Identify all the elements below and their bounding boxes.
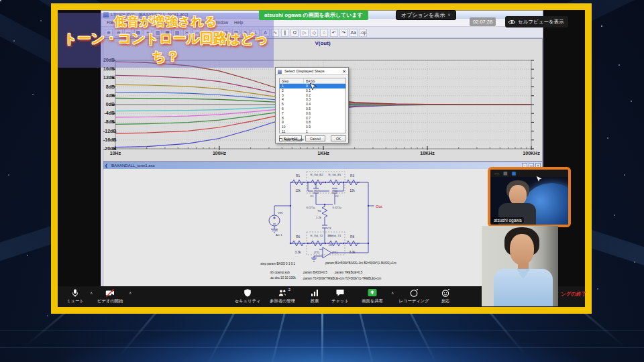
show-selfview-button[interactable]: セルフビューを表示 xyxy=(505,16,568,27)
schematic-label: R_Vol_B1 xyxy=(328,173,341,176)
mouse-cursor xyxy=(310,83,317,91)
x-tick-label: 100KHz xyxy=(518,151,545,156)
chat-button[interactable]: チャット xyxy=(327,287,353,306)
schematic-label: 12k xyxy=(295,189,301,192)
spice-directive: .lib opamp.sub xyxy=(270,271,290,274)
record-button[interactable]: レコーディング xyxy=(396,287,431,306)
participants-label: 参加者の管理 xyxy=(270,298,295,304)
mic-icon xyxy=(70,288,80,298)
polls-button[interactable]: 投票 xyxy=(303,287,326,306)
video-label: ビデオの開始 xyxy=(97,298,123,304)
schematic-label: 3.3k xyxy=(349,251,356,254)
checkbox-icon[interactable] xyxy=(279,138,282,141)
schematic-label: C2 xyxy=(335,194,339,198)
schematic-label: R_Vol_B2 xyxy=(310,173,323,176)
step-row-3[interactable]: 30.2 xyxy=(280,93,345,98)
auto-rescale-checkbox[interactable]: Auto Rescale xyxy=(279,137,304,141)
spice-directive: .param BASS=0.5 xyxy=(303,271,327,274)
move-icon[interactable]: ○ xyxy=(320,29,328,37)
schematic-label: 3.3k xyxy=(294,251,301,254)
inductor-icon[interactable]: Ω xyxy=(290,29,299,37)
schematic-label: U1 xyxy=(329,243,333,247)
chevron-down-icon: ∨ xyxy=(447,11,450,19)
text-icon[interactable]: Aa xyxy=(350,29,358,37)
chevron-up-icon[interactable]: ∧ xyxy=(391,290,394,295)
minimize-icon[interactable]: — xyxy=(494,170,499,177)
mouse-cursor xyxy=(536,176,543,184)
chat-label: チャット xyxy=(331,298,349,304)
spice-directive: .ac dec 10 10 100k xyxy=(270,276,297,280)
record-label: レコーディング xyxy=(399,298,429,304)
schematic-label: {B2} xyxy=(314,189,320,192)
reaction-icon xyxy=(441,288,450,298)
show-options-button[interactable]: オプションを表示 ∨ xyxy=(396,10,456,20)
select-displayed-steps-dialog[interactable]: Select Displayed Steps ✕ Step BASS 1020.… xyxy=(275,67,349,143)
shield-icon xyxy=(243,288,252,298)
schematic-pane[interactable]: BAXANDALL_tone1.asc – □ × xyxy=(103,162,543,294)
y-tick-label: -16dB xyxy=(103,137,115,142)
share-label: 画面を共有 xyxy=(362,298,383,304)
share-button[interactable]: 画面を共有 xyxy=(356,287,389,306)
schematic-label: {T2} xyxy=(314,251,319,254)
spice-directive-icon[interactable]: .op xyxy=(359,29,367,37)
video-caption-overlay: 低音が増強される トーン・コントロール回路はどっち？ xyxy=(58,13,274,68)
step-row-11[interactable]: 111 xyxy=(280,129,345,133)
spice-directive: .step param BASS 0 1 0.1 xyxy=(260,262,296,265)
step-row-4[interactable]: 40.3 xyxy=(280,97,345,102)
capacitor-icon[interactable]: ∥ xyxy=(281,29,289,37)
participant-face xyxy=(509,185,527,205)
speaker-view-icon[interactable]: ▦ xyxy=(512,170,517,177)
step-row-9[interactable]: 90.8 xyxy=(280,120,345,125)
step-row-7[interactable]: 70.6 xyxy=(280,111,345,116)
gallery-view-icon[interactable]: ▤ xyxy=(503,170,508,177)
schematic-label: R_Vol_T1 xyxy=(329,234,341,237)
step-row-10[interactable]: 100.9 xyxy=(280,125,345,129)
video-button[interactable]: ビデオの開始 xyxy=(93,287,127,306)
schematic-label: R5 xyxy=(318,209,322,213)
y-tick-label: 12dB xyxy=(103,75,115,80)
x-tick-label: 100Hz xyxy=(206,151,233,156)
spice-directive: .param T1=500k*TREBLE+1m T2=500k*(1-TREB… xyxy=(303,277,381,280)
column-bass: BASS xyxy=(304,78,315,83)
schematic-label: 12k xyxy=(350,189,355,192)
participant-name-label: atsushi ogawa xyxy=(492,217,524,223)
schematic-label: 0.027µ xyxy=(306,206,315,209)
mute-label: ミュート xyxy=(66,298,84,304)
floor-line xyxy=(0,330,644,330)
step-row-5[interactable]: 50.4 xyxy=(280,102,345,107)
step-row-8[interactable]: 80.7 xyxy=(280,116,345,121)
participants-button[interactable]: 2参加者の管理 xyxy=(264,287,301,306)
x-tick-label: 1KHz xyxy=(310,151,337,156)
step-row-6[interactable]: 60.5 xyxy=(280,107,345,111)
component-icon[interactable]: ◇ xyxy=(310,29,318,37)
schematic-label: C3 xyxy=(327,227,331,230)
diode-icon[interactable]: ▷ xyxy=(301,29,309,37)
chevron-up-icon[interactable]: ∧ xyxy=(129,290,131,295)
floor-line xyxy=(0,347,644,348)
y-tick-label: -12dB xyxy=(103,129,115,133)
chat-icon xyxy=(335,288,345,298)
security-button[interactable]: セキュリティ xyxy=(232,287,263,306)
undo-icon[interactable]: ↶ xyxy=(330,29,338,37)
mute-button[interactable]: ミュート xyxy=(62,287,89,306)
y-tick-label: 4dB xyxy=(103,93,115,98)
schematic-label: {B1} xyxy=(332,189,338,192)
reactions-button[interactable]: 反応 xyxy=(433,287,458,306)
participants-icon xyxy=(278,288,287,298)
x-tick-label: 10Hz xyxy=(102,151,129,156)
participant-video-thumbnail[interactable]: — ▤ ▦ atsushi ogawa xyxy=(488,167,571,227)
close-icon[interactable]: ✕ xyxy=(342,68,346,75)
circuit-schematic: R112kR_Vol_B2{B2}R_Vol_B1{B1}R312kC10.02… xyxy=(103,169,543,295)
schematic-label: Out xyxy=(376,204,382,208)
x-tick-label: 10KHz xyxy=(414,151,441,156)
chevron-up-icon[interactable]: ∧ xyxy=(90,290,93,295)
y-tick-label: 8dB xyxy=(103,84,115,89)
ok-button[interactable]: OK xyxy=(331,135,346,141)
cancel-button[interactable]: Cancel xyxy=(305,135,325,141)
schematic-label: R_Vol_T2 xyxy=(311,234,323,237)
schematic-label: 0.027µ xyxy=(332,206,341,209)
end-meeting-label[interactable]: ングの終了 xyxy=(561,291,586,298)
redo-icon[interactable]: ↷ xyxy=(339,29,347,37)
eye-icon xyxy=(508,19,516,25)
reactions-label: 反応 xyxy=(441,298,450,304)
